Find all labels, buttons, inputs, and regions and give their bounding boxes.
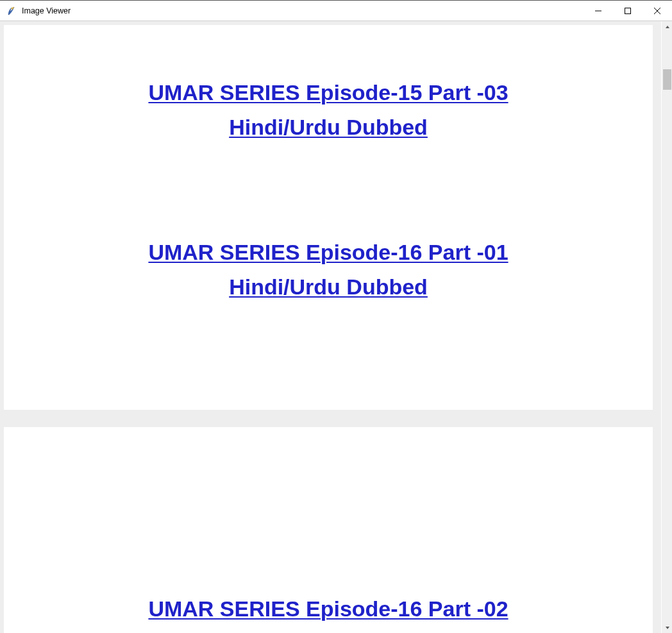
svg-marker-5 xyxy=(666,627,669,629)
episode-link-line1: UMAR SERIES Episode-15 Part -03 xyxy=(148,80,508,105)
episode-link[interactable]: UMAR SERIES Episode-15 Part -03 Hindi/Ur… xyxy=(148,75,508,145)
minimize-button[interactable] xyxy=(584,1,613,21)
episode-link-line2: Hindi/Urdu Dubbed xyxy=(229,115,428,139)
content-viewport: UMAR SERIES Episode-15 Part -03 Hindi/Ur… xyxy=(0,21,661,633)
card-gap xyxy=(4,410,653,427)
episode-link-block: UMAR SERIES Episode-16 Part -02 Hindi/Ur… xyxy=(4,580,653,633)
episode-link[interactable]: UMAR SERIES Episode-16 Part -01 Hindi/Ur… xyxy=(148,235,508,305)
episode-link-line1: UMAR SERIES Episode-16 Part -02 xyxy=(148,596,508,621)
close-button[interactable] xyxy=(643,1,672,21)
title-bar: Image Viewer xyxy=(0,0,672,21)
scroll-up-button[interactable] xyxy=(662,21,672,32)
vertical-scrollbar[interactable] xyxy=(661,21,672,633)
app-icon xyxy=(0,6,22,15)
window-title: Image Viewer xyxy=(22,6,71,15)
svg-rect-1 xyxy=(625,8,631,13)
episode-link-block: UMAR SERIES Episode-16 Part -01 Hindi/Ur… xyxy=(4,223,653,315)
episode-link[interactable]: UMAR SERIES Episode-16 Part -02 Hindi/Ur… xyxy=(148,591,508,633)
episode-link-block: UMAR SERIES Episode-15 Part -03 Hindi/Ur… xyxy=(4,63,653,155)
content-card: UMAR SERIES Episode-15 Part -03 Hindi/Ur… xyxy=(4,25,653,410)
episode-link-line1: UMAR SERIES Episode-16 Part -01 xyxy=(148,240,508,264)
svg-marker-4 xyxy=(666,26,669,28)
scroll-down-button[interactable] xyxy=(662,622,672,633)
episode-link-line2: Hindi/Urdu Dubbed xyxy=(229,274,428,299)
tk-feather-icon xyxy=(6,6,15,15)
maximize-button[interactable] xyxy=(613,1,643,21)
content-card: UMAR SERIES Episode-16 Part -02 Hindi/Ur… xyxy=(4,427,653,633)
scrollbar-thumb[interactable] xyxy=(663,69,671,90)
client-area: UMAR SERIES Episode-15 Part -03 Hindi/Ur… xyxy=(0,21,672,633)
